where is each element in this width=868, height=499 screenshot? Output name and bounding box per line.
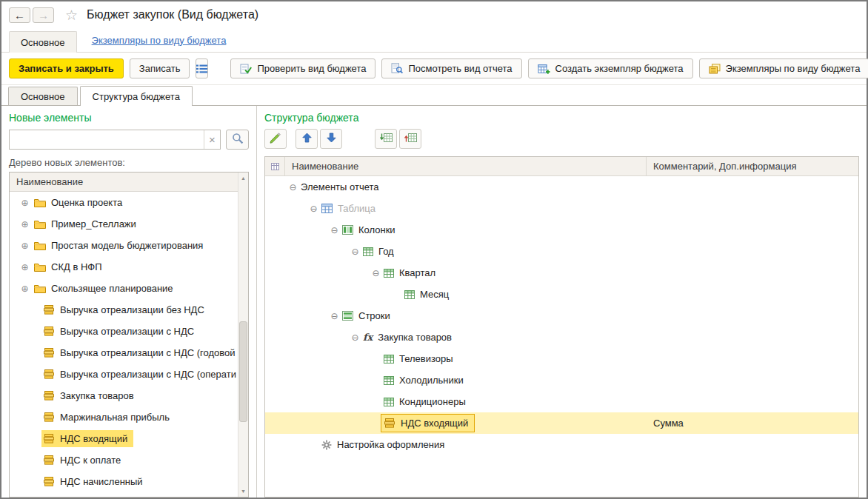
search-button[interactable] — [226, 130, 249, 150]
structure-row[interactable]: ⊖Квартал — [265, 262, 858, 284]
left-tree-item[interactable]: Маржинальная прибыль — [10, 406, 238, 428]
search-box: × — [9, 130, 221, 150]
expand-icon[interactable]: ⊕ — [19, 219, 30, 230]
left-column-header: Наименование — [10, 173, 238, 192]
move-down-button[interactable] — [320, 129, 342, 149]
tree-item-label: Выручка отреализации с НДС (операти — [60, 369, 236, 380]
left-tree-item[interactable]: НДС начисленный — [10, 471, 238, 492]
structure-row[interactable]: ⊖Таблица — [265, 198, 858, 219]
expand-icon[interactable]: ⊕ — [19, 284, 30, 294]
page-title: Бюджет закупок (Вид бюджета) — [87, 8, 258, 21]
save-button[interactable]: Записать — [130, 58, 190, 78]
left-tree-item[interactable]: ⊕Пример_Стеллажи — [10, 213, 238, 235]
left-tree-scrollbar[interactable]: ▲ ▼ — [238, 173, 248, 497]
collapse-all-button[interactable] — [399, 129, 421, 149]
grid-icon — [404, 290, 415, 299]
instances-button[interactable]: Экземпляры по виду бюджета — [699, 58, 868, 78]
search-input[interactable] — [10, 134, 204, 145]
structure-row-label: Настройка оформления — [337, 439, 444, 450]
expand-icon[interactable]: ⊕ — [19, 198, 30, 208]
tree-item-label: НДС начисленный — [60, 476, 143, 487]
element-icon — [43, 369, 55, 379]
view-report-button[interactable]: Посмотреть вид отчета — [381, 58, 521, 78]
tab-budget-structure[interactable]: Структура бюджета — [80, 86, 193, 106]
structure-row[interactable]: ⊖Год — [265, 241, 858, 262]
structure-row-label: Элементы отчета — [301, 181, 379, 192]
collapse-icon[interactable]: ⊖ — [350, 332, 361, 343]
left-tree-body: ⊕Оценка проекта⊕Пример_Стеллажи⊕Простая … — [10, 192, 238, 497]
expand-icon[interactable]: ⊕ — [19, 262, 30, 272]
selected-item: НДС входящий — [41, 430, 133, 447]
create-instance-button[interactable]: Создать экземпляр бюджета — [528, 58, 693, 78]
structure-row[interactable]: ⊖Строки — [265, 305, 858, 326]
scroll-up-icon[interactable]: ▲ — [238, 173, 248, 183]
left-tree-item[interactable]: ⊕СКД в НФП — [10, 256, 238, 278]
collapse-icon[interactable]: ⊖ — [329, 311, 340, 321]
expand-icon[interactable]: ⊕ — [19, 241, 30, 251]
check-budget-button[interactable]: Проверить вид бюджета — [230, 58, 375, 78]
left-tree-item[interactable]: НДС входящий — [10, 428, 238, 449]
scroll-thumb[interactable] — [239, 321, 247, 422]
edit-button[interactable] — [264, 129, 287, 149]
instances-label: Экземпляры по виду бюджета — [726, 63, 861, 74]
structure-row[interactable]: НДС входящийСумма — [265, 412, 858, 434]
structure-row-label: Телевизоры — [399, 353, 453, 364]
structure-row[interactable]: Телевизоры — [265, 348, 858, 369]
save-close-button[interactable]: Записать и закрыть — [9, 58, 124, 78]
magnifier-icon — [232, 133, 244, 147]
view-report-icon — [391, 63, 403, 74]
structure-row[interactable]: ⊖Колонки — [265, 219, 858, 241]
left-tree-item[interactable]: Закупка товаров — [10, 385, 238, 406]
structure-row[interactable]: Настройка оформления — [265, 434, 858, 455]
header-grid-icon — [265, 157, 285, 175]
left-tree-item[interactable]: Выручка отреализации с НДС — [10, 321, 238, 342]
structure-row[interactable]: Кондиционеры — [265, 391, 858, 412]
tab-main[interactable]: Основное — [8, 87, 78, 105]
left-tree-item[interactable]: Выручка отреализации с НДС (годовой — [10, 342, 238, 364]
scroll-down-icon[interactable]: ▼ — [238, 486, 248, 496]
element-icon — [43, 477, 55, 486]
structure-row-label: Месяц — [420, 289, 449, 300]
grid-icon — [384, 355, 394, 364]
element-icon — [43, 412, 55, 422]
left-tree-item[interactable]: ⊕Оценка проекта — [10, 192, 238, 213]
structure-row[interactable]: Месяц — [265, 284, 858, 305]
view-report-label: Посмотреть вид отчета — [408, 63, 512, 74]
tree-item-label: Выручка отреализации с НДС (годовой — [60, 347, 236, 358]
collapse-icon[interactable]: ⊖ — [329, 225, 340, 235]
element-icon — [43, 391, 55, 401]
forward-button[interactable]: → — [33, 7, 54, 23]
check-budget-icon — [240, 64, 252, 74]
left-tree-item[interactable]: ⊕Скользящее планирование — [10, 278, 238, 299]
selected-cell[interactable]: НДС входящий — [381, 414, 475, 432]
structure-row-label: Год — [378, 246, 394, 257]
collapse-icon[interactable]: ⊖ — [308, 204, 319, 214]
tree-item-label: Закупка товаров — [60, 390, 134, 401]
folder-icon — [34, 284, 46, 293]
left-panel-title: Новые элементы — [9, 112, 249, 124]
tree-item-label: Маржинальная прибыль — [60, 412, 170, 423]
collapse-icon[interactable]: ⊖ — [287, 182, 298, 192]
grid-icon — [384, 376, 394, 385]
expand-all-button[interactable] — [375, 129, 397, 149]
nav-tab-main[interactable]: Основное — [9, 31, 77, 53]
list-button[interactable] — [196, 58, 208, 78]
collapse-icon[interactable]: ⊖ — [350, 247, 361, 257]
back-button[interactable]: ← — [9, 7, 30, 23]
structure-row[interactable]: Холодильники — [265, 369, 858, 391]
arrow-up-icon — [302, 133, 312, 145]
left-tree-item[interactable]: ⊕Простая модель бюджетирования — [10, 235, 238, 256]
new-elements-tree: Наименование ⊕Оценка проекта⊕Пример_Стел… — [9, 172, 249, 498]
collapse-icon[interactable]: ⊖ — [370, 268, 381, 278]
left-tree-item[interactable]: Выручка отреализации без НДС — [10, 299, 238, 321]
left-tree-item[interactable]: НДС к оплате — [10, 449, 238, 471]
clear-icon[interactable]: × — [204, 130, 220, 149]
content-area: Новые элементы × Дерево новых элементов:… — [1, 105, 867, 498]
left-tree-item[interactable]: Выручка отреализации с НДС (операти — [10, 364, 238, 385]
structure-row[interactable]: ⊖fxЗакупка товаров — [265, 326, 858, 348]
move-up-button[interactable] — [296, 129, 318, 149]
instances-link[interactable]: Экземпляры по виду бюджета — [92, 35, 227, 46]
tree-item-label: Скользящее планирование — [51, 283, 173, 294]
structure-row[interactable]: ⊖Элементы отчета — [265, 176, 858, 198]
star-icon[interactable]: ☆ — [65, 7, 78, 24]
